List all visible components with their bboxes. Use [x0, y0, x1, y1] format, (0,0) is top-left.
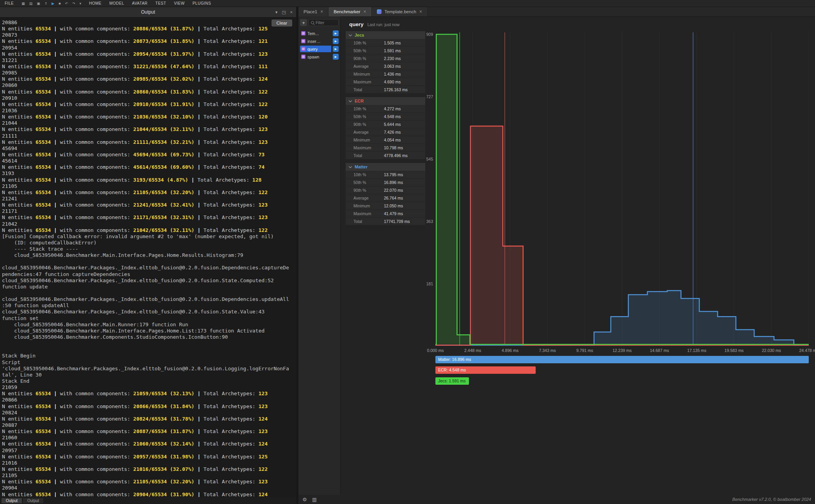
toolbar-dropdown-icon[interactable]: ▾ — [80, 2, 82, 5]
stats-row: 10th %4.272 ms — [346, 105, 425, 113]
module-script-icon — [301, 55, 305, 59]
menu-file[interactable]: FILE — [5, 1, 14, 5]
output-dock-tabs: OutputOutput — [0, 497, 296, 504]
console-line: 20904 — [2, 485, 296, 491]
stats-row: 90th %22.070 ms — [346, 186, 425, 194]
doc-tab-label: Place1 — [304, 9, 317, 14]
menu-tab-test[interactable]: TEST — [155, 1, 166, 5]
settings-gear-icon[interactable]: ⚙ — [302, 497, 307, 502]
console-error-line: cloud_5853950046.Benchmarker.Packages._I… — [2, 265, 296, 271]
benchmark-item-body[interactable]: inser… — [300, 38, 331, 44]
stats-row: 50th %1.591 ms — [346, 47, 425, 55]
menu-tab-view[interactable]: VIEW — [174, 1, 185, 5]
run-benchmark-button[interactable]: ▶ — [333, 54, 339, 60]
console-line: 21111 — [2, 133, 296, 139]
stats-row: Minimum12.050 ms — [346, 202, 425, 210]
console-error-line: cloud_5853950046.Benchmarker.Main.Runner… — [2, 322, 296, 328]
histogram-plot — [435, 31, 809, 346]
console-line: N entities 65534 | with common component… — [2, 89, 296, 95]
run-benchmark-button[interactable]: ▶ — [333, 46, 339, 52]
tab-close-icon[interactable]: × — [320, 9, 323, 14]
save-icon[interactable]: ▣ — [37, 2, 40, 5]
stats-row-value: 17741.709 ms — [384, 219, 410, 224]
x-axis-label: 9.791 ms — [576, 348, 593, 353]
stats-row-label: Minimum — [346, 138, 384, 142]
stats-section-jecs: Jecs10th %1.505 ms50th %1.591 ms90th %2.… — [346, 31, 425, 94]
play-icon[interactable]: ▶ — [51, 2, 54, 5]
console-line: N entities 65534 | with common component… — [2, 76, 296, 82]
doc-tab-place1[interactable]: Place1× — [298, 7, 328, 16]
stats-section-header[interactable]: ECR — [346, 97, 425, 105]
publish-icon[interactable]: ⇑ — [44, 2, 48, 5]
clear-output-button[interactable]: Clear — [272, 19, 292, 27]
console-line: 21016 — [2, 460, 296, 466]
console-line: 20887 — [2, 422, 296, 428]
panel-float-icon[interactable]: ◳ — [282, 10, 286, 15]
filter-box[interactable] — [309, 19, 339, 26]
x-axis-label: 4.896 ms — [502, 348, 518, 353]
menu-tab-avatar[interactable]: AVATAR — [132, 1, 147, 5]
menu-bar: FILE▦▤▣⇑▶■↶↷▾HOMEMODELAVATARTESTVIEWPLUG… — [0, 0, 815, 7]
legend-bar-ecr[interactable]: ECR: 4.548 ms — [435, 366, 536, 374]
output-panel-title: Output — [141, 9, 155, 15]
console-error-line: cloud_5853950046.Benchmarker.Packages._I… — [2, 296, 296, 302]
benchmark-item[interactable]: Tem…▶ — [300, 30, 339, 37]
menu-tab-plugins[interactable]: PLUGINS — [192, 1, 211, 5]
panel-options-icon[interactable]: ▾ — [275, 10, 278, 15]
stats-sections: Jecs10th %1.505 ms50th %1.591 ms90th %2.… — [346, 31, 425, 225]
stats-row-label: 50th % — [346, 48, 384, 53]
console-error-line: 'cloud_5853950046.Benchmarker.Packages._… — [2, 366, 296, 372]
run-benchmark-button[interactable]: ▶ — [333, 30, 339, 36]
stats-row-label: Total — [346, 87, 384, 92]
doc-tab-benchmarker[interactable]: Benchmarker× — [328, 7, 371, 16]
console-line: 20954 — [2, 45, 296, 51]
stats-row-value: 12.050 ms — [384, 203, 403, 208]
console-line: 31221 — [2, 57, 296, 64]
console-output[interactable]: 20886N entities 65534 | with common comp… — [0, 18, 296, 497]
benchmark-item-body[interactable]: query — [300, 46, 331, 52]
console-line: 3193 — [2, 170, 296, 177]
stats-section-header[interactable]: Jecs — [346, 31, 425, 39]
console-error-line: cloud_5853950046.Benchmarker.Packages._I… — [2, 309, 296, 315]
docs-icon[interactable]: ▥ — [312, 497, 317, 502]
stats-row-label: 90th % — [346, 122, 384, 127]
plugin-bottom-bar: ⚙▥ Benchmarker v7.2.0, © boatbomber 2024 — [298, 495, 815, 504]
legend-bar-jecs[interactable]: Jecs: 1.591 ms — [435, 377, 469, 385]
add-benchmark-button[interactable]: + — [300, 19, 307, 26]
benchmark-item[interactable]: inser…▶ — [300, 38, 339, 44]
output-dock-tab[interactable]: Output — [2, 498, 22, 503]
stats-row-label: 10th % — [346, 106, 384, 111]
stats-row-label: Minimum — [346, 72, 384, 76]
stats-section-header[interactable]: Matter — [346, 163, 425, 171]
doc-tab-template-bench[interactable]: Template.bench× — [372, 7, 428, 16]
benchmark-item[interactable]: spawn▶ — [300, 53, 339, 60]
module-script-icon — [301, 47, 305, 51]
stats-row: Minimum1.436 ms — [346, 70, 425, 78]
benchmark-item-body[interactable]: Tem… — [300, 30, 331, 37]
stats-row-value: 2.230 ms — [384, 56, 401, 61]
tab-close-icon[interactable]: × — [364, 9, 366, 14]
stats-row-label: Maximum — [346, 211, 384, 216]
output-panel-header[interactable]: Output ▾ ◳ × — [0, 7, 296, 18]
console-line: N entities 65534 | with common component… — [2, 454, 296, 460]
menu-tab-model[interactable]: MODEL — [109, 1, 124, 5]
output-dock-tab[interactable]: Output — [23, 498, 43, 503]
run-benchmark-button[interactable]: ▶ — [333, 38, 339, 44]
open-file-icon[interactable]: ▤ — [29, 2, 33, 5]
console-line: 45614 — [2, 158, 296, 164]
grid-menu-icon[interactable]: ▦ — [21, 2, 25, 5]
filter-input[interactable] — [316, 21, 336, 25]
redo-icon[interactable]: ↷ — [72, 2, 75, 5]
console-error-line: cloud_5853950046.Benchmarker.Main.Interf… — [2, 328, 296, 334]
console-line: N entities 65534 | with common component… — [2, 101, 296, 108]
stop-icon[interactable]: ■ — [59, 2, 60, 5]
console-line: 45694 — [2, 145, 296, 152]
undo-icon[interactable]: ↶ — [65, 2, 68, 5]
menu-tab-home[interactable]: HOME — [89, 1, 101, 5]
legend-bar-matter[interactable]: Matter: 16.896 ms — [435, 356, 809, 363]
tab-close-icon[interactable]: × — [419, 9, 422, 14]
console-error-line: Script — [2, 359, 296, 366]
panel-close-icon[interactable]: × — [290, 10, 293, 14]
benchmark-item[interactable]: query▶ — [300, 46, 339, 52]
benchmark-item-body[interactable]: spawn — [300, 53, 331, 60]
